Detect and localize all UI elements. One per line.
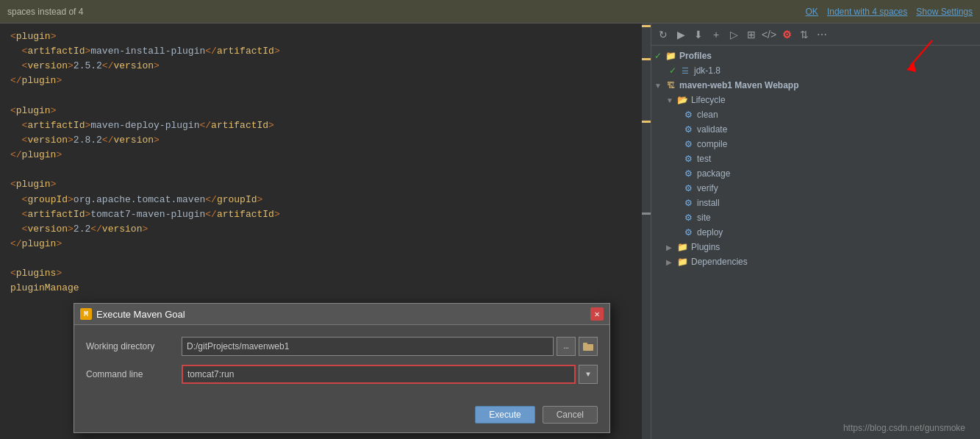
verify-gear-icon: ⚙ [682, 182, 694, 194]
lifecycle-arrow: ▼ [666, 96, 676, 104]
working-dir-row: Working directory … [86, 337, 598, 356]
code-line [7, 163, 651, 177]
tree-project[interactable]: ▼ 🏗 maven-web1 Maven Webapp [651, 78, 980, 93]
code-line: </plugin> [7, 74, 651, 88]
settings-button[interactable]: ⚙ [779, 27, 794, 42]
tree-jdk[interactable]: ✓ ☰ jdk-1.8 [651, 63, 980, 78]
code-line [7, 251, 651, 266]
tree-plugins[interactable]: ▶ 📁 Plugins [651, 240, 980, 254]
command-line-input[interactable] [182, 365, 576, 384]
arrows-button[interactable]: ⇅ [797, 27, 812, 42]
clean-label: clean [697, 110, 718, 120]
indent-link[interactable]: Indent with 4 spaces [827, 7, 907, 17]
jdk-label: jdk-1.8 [694, 65, 720, 76]
tree-compile[interactable]: ⚙ compile [651, 137, 980, 151]
profiles-label: Profiles [679, 51, 712, 61]
test-label: test [697, 154, 711, 164]
notification-text: spaces instead of 4 [7, 7, 797, 17]
code-line: <plugin> [7, 104, 651, 118]
code-line: </plugin> [7, 237, 651, 251]
dependencies-label: Dependencies [691, 257, 748, 267]
scroll-marker [642, 25, 651, 27]
dialog-title: Execute Maven Goal [96, 309, 586, 320]
code-scrollbar[interactable] [642, 24, 651, 439]
lifecycle-folder-icon: 📂 [676, 94, 688, 106]
play-button[interactable]: ▷ [726, 27, 741, 42]
tree-validate[interactable]: ⚙ validate [651, 122, 980, 137]
tree-site[interactable]: ⚙ site [651, 210, 980, 225]
site-gear-icon: ⚙ [682, 212, 694, 224]
code-line: <version>2.8.2</version> [7, 133, 651, 148]
compile-label: compile [697, 139, 727, 149]
test-gear-icon: ⚙ [682, 153, 694, 165]
code-editor: <plugin> <artifactId>maven-install-plugi… [0, 24, 651, 439]
tree-package[interactable]: ⚙ package [651, 166, 980, 181]
code-line: <version>2.2</version> [7, 222, 651, 237]
maven-tree: ✓ 📁 Profiles ✓ ☰ jdk-1.8 ▼ 🏗 maven-web1 … [651, 46, 980, 439]
deploy-label: deploy [697, 227, 723, 238]
dialog-footer: Execute Cancel [74, 401, 609, 432]
code-line: <artifactId>maven-install-plugin</artifa… [7, 44, 651, 59]
code-line: <artifactId>maven-deploy-plugin</artifac… [7, 118, 651, 133]
maven-toolbar: ↻ ▶ ⬇ + ▷ ⊞ </> ⚙ ⇅ ⋯ [651, 24, 980, 46]
install-label: install [697, 198, 720, 208]
more-button[interactable]: ⋯ [815, 27, 829, 42]
run-button[interactable]: ▶ [673, 27, 688, 42]
code-line: <plugins> [7, 266, 651, 281]
validate-gear-icon: ⚙ [682, 124, 694, 135]
code-line: </plugin> [7, 148, 651, 163]
lifecycle-label: Lifecycle [691, 95, 726, 105]
deploy-gear-icon: ⚙ [682, 226, 694, 238]
grid-button[interactable]: ⊞ [744, 27, 759, 42]
folder-button[interactable] [579, 337, 598, 356]
validate-label: validate [697, 124, 727, 135]
scroll-marker [642, 58, 651, 60]
dialog-titlebar: M Execute Maven Goal ✕ [74, 304, 609, 325]
tree-clean[interactable]: ⚙ clean [651, 107, 980, 122]
scroll-marker [642, 213, 651, 215]
dependencies-folder-icon: 📁 [676, 256, 688, 268]
download-button[interactable]: ⬇ [691, 27, 706, 42]
code-content: <plugin> <artifactId>maven-install-plugi… [0, 24, 651, 302]
working-dir-input[interactable] [182, 337, 554, 356]
top-notification-bar: spaces instead of 4 OK Indent with 4 spa… [0, 0, 980, 24]
code-line: <version>2.5.2</version> [7, 59, 651, 74]
jdk-icon: ☰ [679, 65, 691, 76]
tree-profiles[interactable]: ✓ 📁 Profiles [651, 49, 980, 63]
add-button[interactable]: + [709, 27, 723, 42]
package-label: package [697, 168, 730, 179]
jdk-check: ✓ [669, 65, 676, 76]
cancel-button[interactable]: Cancel [543, 406, 598, 424]
tree-lifecycle[interactable]: ▼ 📂 Lifecycle [651, 93, 980, 107]
tree-test[interactable]: ⚙ test [651, 151, 980, 166]
main-layout: <plugin> <artifactId>maven-install-plugi… [0, 24, 980, 439]
browse-button[interactable]: … [557, 337, 576, 356]
command-dropdown-button[interactable]: ▼ [579, 365, 598, 384]
site-label: site [697, 213, 711, 223]
tree-verify[interactable]: ⚙ verify [651, 181, 980, 196]
ok-link[interactable]: OK [806, 7, 818, 17]
execute-maven-dialog[interactable]: M Execute Maven Goal ✕ Working directory… [74, 303, 610, 433]
code-line: <groupId>org.apache.tomcat.maven</groupI… [7, 193, 651, 207]
refresh-button[interactable]: ↻ [656, 27, 670, 42]
working-dir-field-container: … [182, 337, 598, 356]
scroll-marker [642, 121, 651, 123]
tree-dependencies[interactable]: ▶ 📁 Dependencies [651, 254, 980, 269]
execute-button[interactable]: Execute [475, 406, 534, 424]
project-arrow: ▼ [654, 82, 665, 90]
code-line: <plugin> [7, 177, 651, 192]
plugins-arrow: ▶ [666, 243, 676, 251]
command-line-field-container: ▼ [182, 365, 598, 384]
dialog-close-button[interactable]: ✕ [590, 307, 604, 321]
package-gear-icon: ⚙ [682, 168, 694, 179]
code-button[interactable]: </> [762, 27, 776, 42]
dependencies-arrow: ▶ [666, 258, 676, 266]
tree-deploy[interactable]: ⚙ deploy [651, 225, 980, 240]
plugins-folder-icon: 📁 [676, 241, 688, 253]
tree-install[interactable]: ⚙ install [651, 196, 980, 210]
code-line: <plugin> [7, 29, 651, 44]
svg-rect-1 [583, 343, 587, 345]
maven-panel: ↻ ▶ ⬇ + ▷ ⊞ </> ⚙ ⇅ ⋯ ✓ 📁 Profiles ✓ ☰ j… [651, 24, 980, 439]
dialog-maven-icon: M [80, 308, 92, 320]
show-settings-link[interactable]: Show Settings [916, 7, 973, 17]
